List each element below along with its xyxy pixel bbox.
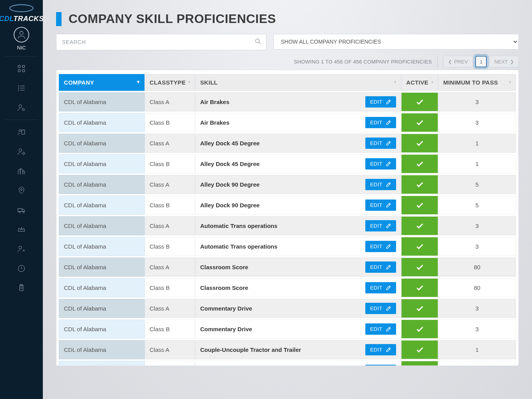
table-row: CDL of AlabamaClass BCouple-Uncouple Tra… — [59, 361, 516, 366]
table-row: CDL of AlabamaClass AAir BrakesEDIT3 — [59, 92, 516, 111]
svg-rect-4 — [18, 70, 21, 72]
cell-min: 1 — [438, 361, 516, 366]
cell-min: 1 — [438, 340, 516, 359]
grid-icon — [17, 64, 26, 73]
svg-point-23 — [19, 246, 22, 249]
edit-button[interactable]: EDIT — [365, 323, 396, 335]
edit-label: EDIT — [370, 285, 382, 291]
svg-point-22 — [23, 212, 25, 213]
sidebar-item-user-gear[interactable] — [0, 142, 43, 161]
cell-company: CDL of Alabama — [59, 113, 144, 132]
cell-skill: Couple-Uncouple Tractor and TrailerEDIT — [195, 340, 401, 359]
prev-button[interactable]: ❮ PREV — [443, 56, 473, 67]
page-number[interactable]: 1 — [475, 56, 487, 67]
avatar[interactable] — [14, 27, 29, 42]
active-chip — [402, 155, 438, 173]
table-row: CDL of AlabamaClass BAir BrakesEDIT3 — [59, 113, 516, 132]
edit-button[interactable]: EDIT — [365, 365, 396, 366]
sidebar-item-buildings[interactable] — [0, 161, 43, 181]
sidebar-item-grid[interactable] — [0, 59, 43, 78]
active-chip — [402, 320, 438, 338]
sidebar-item-user-search[interactable] — [0, 98, 43, 117]
cell-min: 3 — [438, 299, 516, 318]
table-row: CDL of AlabamaClass AAlley Dock 90 Degre… — [59, 175, 516, 194]
proficiencies-table: COMPANY ▾ CLASSTYPE › SKILL › ACTIVE › — [59, 72, 516, 366]
user-gear-icon — [17, 147, 26, 156]
skill-name: Commentary Drive — [200, 326, 252, 332]
sidebar-item-clock[interactable] — [0, 259, 43, 278]
table-row: CDL of AlabamaClass BCommentary DriveEDI… — [59, 320, 516, 339]
check-icon — [416, 242, 424, 251]
edit-button[interactable]: EDIT — [365, 96, 396, 108]
svg-point-12 — [19, 105, 22, 108]
cell-min: 5 — [438, 196, 516, 215]
th-company[interactable]: COMPANY ▾ — [59, 74, 144, 91]
title-row: COMPANY SKILL PROFICIENCIES — [56, 12, 519, 26]
sidebar-item-list[interactable] — [0, 78, 43, 98]
edit-button[interactable]: EDIT — [365, 282, 396, 293]
truck-icon — [17, 206, 26, 214]
edit-button[interactable]: EDIT — [365, 158, 396, 169]
th-skill[interactable]: SKILL › — [195, 74, 401, 91]
svg-point-18 — [23, 152, 25, 155]
edit-icon — [386, 285, 391, 291]
crown-icon — [17, 225, 26, 234]
sidebar-item-crown[interactable] — [0, 220, 43, 239]
edit-button[interactable]: EDIT — [365, 200, 396, 211]
cell-classtype: Class B — [144, 196, 195, 215]
sidebar-item-map-pin[interactable] — [0, 181, 43, 200]
check-icon — [416, 325, 424, 334]
edit-icon — [386, 347, 391, 353]
next-button[interactable]: NEXT ❯ — [489, 56, 519, 67]
cell-skill: Couple-Uncouple Tractor and TrailerEDIT — [195, 361, 401, 366]
edit-button[interactable]: EDIT — [365, 220, 396, 231]
svg-point-1 — [20, 31, 23, 35]
sidebar-item-truck[interactable] — [0, 200, 43, 220]
svg-point-31 — [255, 39, 259, 43]
svg-point-0 — [10, 5, 33, 12]
edit-button[interactable]: EDIT — [365, 241, 396, 252]
check-icon — [416, 139, 424, 148]
table-row: CDL of AlabamaClass BClassroom ScoreEDIT… — [59, 278, 516, 297]
sidebar-item-clipboard[interactable] — [0, 278, 43, 298]
sidebar-item-user-x[interactable] — [0, 239, 43, 259]
th-active[interactable]: ACTIVE › — [401, 74, 438, 91]
cell-min: 3 — [438, 216, 516, 235]
edit-label: EDIT — [370, 202, 382, 208]
edit-label: EDIT — [370, 99, 382, 105]
edit-button[interactable]: EDIT — [365, 344, 396, 355]
divider — [437, 56, 438, 67]
search-input[interactable] — [56, 34, 266, 50]
edit-icon — [386, 244, 391, 249]
cell-skill: Alley Dock 45 DegreeEDIT — [195, 154, 401, 173]
edit-button[interactable]: EDIT — [365, 138, 396, 149]
chevron-right-icon: ❯ — [510, 59, 514, 64]
th-active-label: ACTIVE — [406, 79, 428, 86]
check-icon — [416, 98, 424, 106]
cell-min: 5 — [438, 175, 516, 194]
cell-skill: Classroom ScoreEDIT — [195, 278, 401, 297]
edit-label: EDIT — [370, 120, 382, 125]
th-classtype[interactable]: CLASSTYPE › — [144, 74, 195, 91]
skill-name: Automatic Trans operations — [200, 222, 277, 229]
cell-company: CDL of Alabama — [59, 92, 144, 111]
cell-company: CDL of Alabama — [59, 258, 144, 277]
table-wrap: COMPANY ▾ CLASSTYPE › SKILL › ACTIVE › — [56, 70, 519, 366]
edit-button[interactable]: EDIT — [365, 261, 396, 273]
filter-select[interactable]: SHOW ALL COMPANY PROFICIENCIES — [273, 34, 519, 49]
cell-active — [401, 196, 438, 215]
edit-label: EDIT — [370, 347, 382, 353]
cell-classtype: Class A — [144, 92, 195, 111]
edit-label: EDIT — [370, 326, 382, 332]
edit-button[interactable]: EDIT — [365, 179, 396, 190]
table-header-row: COMPANY ▾ CLASSTYPE › SKILL › ACTIVE › — [59, 74, 516, 91]
cell-classtype: Class B — [144, 278, 195, 297]
search-icon — [254, 38, 261, 46]
cell-company: CDL of Alabama — [59, 299, 144, 318]
sidebar-item-user-board[interactable] — [0, 122, 43, 142]
svg-rect-5 — [23, 70, 25, 72]
edit-label: EDIT — [370, 161, 382, 167]
th-min[interactable]: MINIMUM TO PASS › — [438, 74, 516, 91]
edit-button[interactable]: EDIT — [365, 117, 396, 128]
edit-button[interactable]: EDIT — [365, 303, 396, 314]
